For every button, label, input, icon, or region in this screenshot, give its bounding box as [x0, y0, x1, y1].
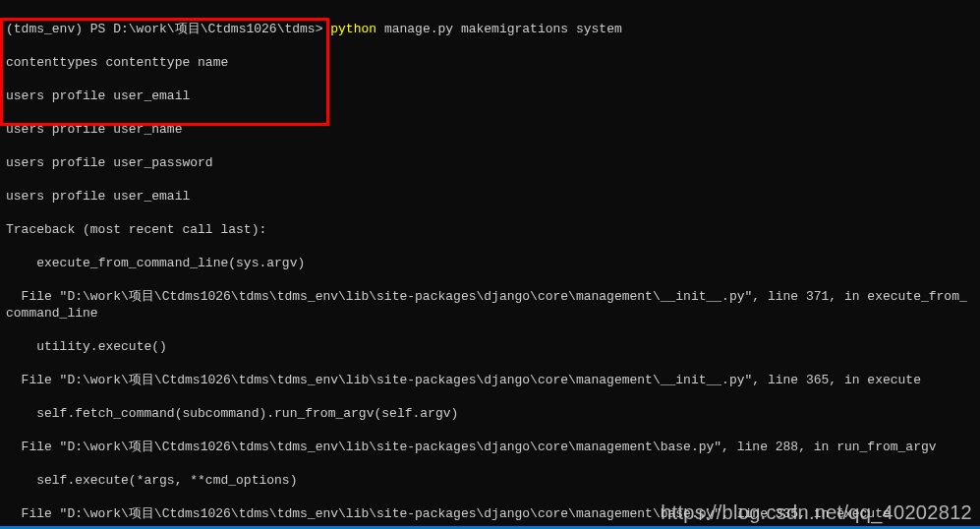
output-line: contenttypes contenttype name — [6, 54, 974, 71]
terminal-output[interactable]: (tdms_env) PS D:\work\项目\Ctdms1026\tdms>… — [0, 0, 980, 529]
traceback-header: Traceback (most recent call last): — [6, 221, 974, 238]
output-line: users profile user_password — [6, 154, 974, 171]
output-line: users profile user_email — [6, 88, 974, 104]
traceback-line: File "D:\work\项目\Ctdms1026\tdms\tdms_env… — [6, 372, 974, 388]
output-line: users profile user_name — [6, 121, 974, 138]
traceback-line: self.execute(*args, **cmd_options) — [6, 472, 974, 489]
traceback-line: execute_from_command_line(sys.argv) — [6, 255, 974, 271]
output-line: users profile user_email — [6, 188, 974, 205]
watermark-text: https://blog.csdn.net/qq_40202812 — [661, 504, 972, 521]
command-binary: python — [330, 22, 376, 36]
prompt-line: (tdms_env) PS D:\work\项目\Ctdms1026\tdms>… — [6, 21, 974, 37]
traceback-line: utility.execute() — [6, 338, 974, 355]
traceback-line: self.fetch_command(subcommand).run_from_… — [6, 405, 974, 422]
command-args: manage.py makemigrations system — [384, 22, 622, 36]
traceback-line: File "D:\work\项目\Ctdms1026\tdms\tdms_env… — [6, 439, 974, 455]
traceback-line: File "D:\work\项目\Ctdms1026\tdms\tdms_env… — [6, 288, 974, 322]
prompt-env: (tdms_env) PS D:\work\项目\Ctdms1026\tdms> — [6, 22, 322, 36]
